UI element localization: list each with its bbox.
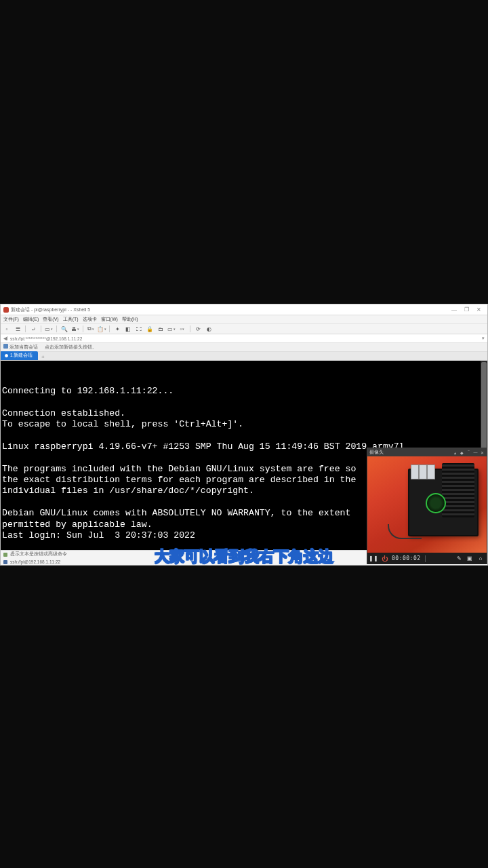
- session-tab-active[interactable]: 1 新建会话: [1, 351, 38, 360]
- status-conn-icon: [3, 560, 7, 564]
- device-heatsink: [442, 463, 474, 517]
- menu-file[interactable]: 文件(F): [3, 316, 19, 323]
- toolbar: ▫ ☰ ⤾ ▭ 🔍 🖶 ⧉ 📋 ✦ ◧ ⛶ 🔒 🗀 ▭ ▫ ⟳ ◐: [1, 324, 487, 334]
- pip-minimize-icon[interactable]: —: [473, 450, 478, 455]
- pause-icon[interactable]: ❚❚: [370, 555, 377, 561]
- profile-dropdown-icon[interactable]: ▭: [45, 326, 52, 332]
- snapshot-icon[interactable]: ▣: [466, 555, 473, 561]
- terminal-line: Connection established.: [2, 408, 486, 419]
- bookmark-label: 添加当前会话: [9, 344, 38, 349]
- menu-window[interactable]: 窗口(W): [101, 316, 118, 323]
- tab-label: 1 新建会话: [10, 353, 33, 359]
- bookmark-bar: 添加当前会话 点击添加新链接头按钮。: [1, 343, 487, 352]
- device-ports: [411, 465, 435, 479]
- tool-icon-b[interactable]: ◧: [125, 326, 131, 332]
- record-icon[interactable]: ⏻: [381, 555, 388, 562]
- fullscreen-icon[interactable]: ⛶: [136, 326, 142, 332]
- camera-feed: [367, 456, 487, 553]
- pip-timer: 00:00:02: [392, 555, 421, 561]
- tab-row: 1 新建会话 +: [1, 352, 487, 361]
- menu-tabs[interactable]: 选项卡: [83, 316, 97, 323]
- help-icon[interactable]: ◐: [205, 326, 212, 332]
- tab-add-button[interactable]: +: [39, 353, 46, 360]
- separator: [109, 326, 110, 332]
- address-input[interactable]: [10, 336, 482, 341]
- pip-toolbar: ❚❚ ⏻ 00:00:02 ✎ ▣ ⌂: [367, 553, 487, 564]
- separator: [425, 555, 426, 562]
- terminal-line: [2, 430, 486, 441]
- color-dropdown-icon[interactable]: ▭: [168, 326, 175, 332]
- pip-titlebar[interactable]: 摄像头 ▴ ◆ ‾ — ✕: [367, 448, 487, 456]
- bookmark-item[interactable]: 添加当前会话: [3, 344, 38, 351]
- search-icon[interactable]: 🔍: [61, 326, 68, 332]
- separator: [83, 326, 83, 332]
- status-text-1: 提示文本是按钮或高级命令: [10, 551, 67, 557]
- close-button[interactable]: ✕: [472, 306, 485, 314]
- lock-icon[interactable]: 🔒: [146, 326, 153, 332]
- menubar: 文件(F) 编辑(E) 查看(V) 工具(T) 选项卡 窗口(W) 帮助(H): [1, 315, 487, 324]
- pip-pin-icon[interactable]: ◆: [460, 450, 464, 455]
- minimize-button[interactable]: —: [448, 306, 460, 314]
- pip-collapse-icon[interactable]: ‾: [466, 450, 471, 455]
- edit-icon[interactable]: ✎: [455, 555, 462, 561]
- new-session-icon[interactable]: ▫: [3, 326, 10, 332]
- pip-title: 摄像头: [369, 450, 384, 456]
- open-icon[interactable]: ☰: [14, 326, 21, 332]
- separator: [56, 326, 57, 332]
- back-arrow-icon[interactable]: ⯇: [3, 336, 10, 341]
- reconnect-icon[interactable]: ⤾: [30, 326, 37, 332]
- copy-icon[interactable]: ⧉: [87, 326, 94, 332]
- terminal-line: [2, 397, 486, 408]
- terminal-line: Connecting to 192.168.1.11:22...: [2, 386, 486, 397]
- camera-pip-window[interactable]: 摄像头 ▴ ◆ ‾ — ✕ ❚❚ ⏻ 00:00:02 ✎: [367, 448, 487, 564]
- window-titlebar[interactable]: 新建会话 - pi@raspberrypi - - Xshell 5 — ❐ ✕: [1, 304, 487, 315]
- menu-help[interactable]: 帮助(H): [122, 316, 138, 323]
- menu-view[interactable]: 查看(V): [43, 316, 58, 323]
- status-text-2: ssh://pi@192.168.1.11:22: [10, 559, 60, 564]
- terminal-line: To escape to local shell, press 'Ctrl+Al…: [2, 419, 486, 430]
- menu-edit[interactable]: 编辑(E): [23, 316, 39, 323]
- status-icon: [3, 553, 7, 557]
- separator: [190, 326, 190, 332]
- device-wire: [388, 524, 422, 539]
- address-dropdown-icon[interactable]: ▾: [482, 336, 487, 341]
- app-icon: [3, 307, 9, 313]
- pip-up-icon[interactable]: ▴: [453, 450, 458, 455]
- refresh-icon[interactable]: ⟳: [195, 326, 201, 332]
- bookmark-icon: [3, 344, 8, 349]
- home-icon[interactable]: ⌂: [477, 555, 484, 561]
- maximize-button[interactable]: ❐: [460, 306, 472, 314]
- pip-close-icon[interactable]: ✕: [480, 450, 485, 455]
- bookmark-hint: 点击添加新链接头按钮。: [45, 344, 97, 351]
- print-icon[interactable]: 🖶: [72, 326, 79, 332]
- separator: [25, 326, 26, 332]
- window-title: 新建会话 - pi@raspberrypi - - Xshell 5: [11, 307, 90, 313]
- menu-tools[interactable]: 工具(T): [63, 316, 79, 323]
- tool-icon-a[interactable]: ✦: [114, 326, 121, 332]
- device-fan: [426, 493, 446, 513]
- font-dropdown-icon[interactable]: ▫: [179, 326, 186, 332]
- paste-icon[interactable]: 📋: [98, 326, 105, 332]
- tab-status-icon: [5, 354, 8, 357]
- separator: [41, 326, 41, 332]
- address-bar: ⯇ ▾: [1, 334, 487, 343]
- folder-icon[interactable]: 🗀: [157, 326, 164, 332]
